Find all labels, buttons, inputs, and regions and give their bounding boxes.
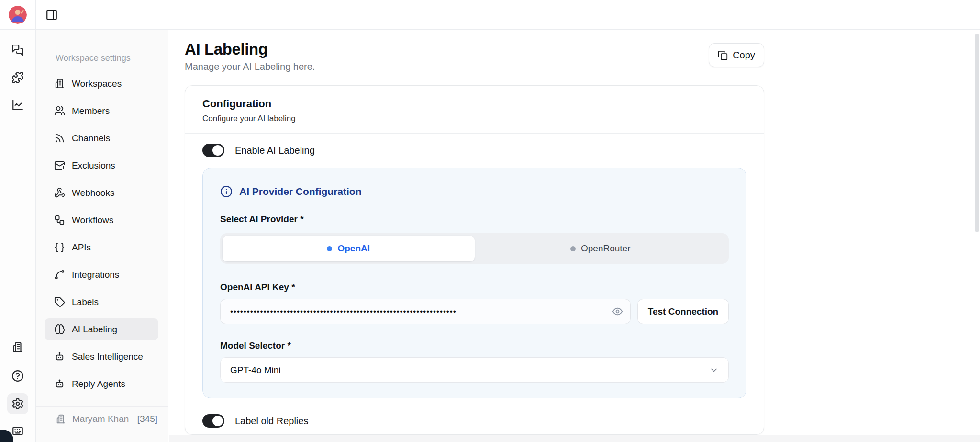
icon-rail [0,30,35,442]
card-body: Enable AI Labeling AI Provider Configura… [185,134,764,428]
enable-ai-labeling-row: Enable AI Labeling [202,144,746,157]
provider-segmented-control: OpenAI OpenRouter [220,233,729,264]
bot-icon [54,351,65,362]
provider-option-openai[interactable]: OpenAI [223,236,475,261]
workflow-icon [54,215,65,226]
provider-option-label: OpenAI [337,243,370,254]
brain-icon [54,324,65,335]
sidebar-item-exclusions[interactable]: Exclusions [45,155,158,176]
braces-icon [54,242,65,253]
sidebar-item-workspaces[interactable]: Workspaces [45,73,158,94]
enable-ai-labeling-toggle[interactable] [202,144,224,157]
sidebar-item-label: Exclusions [72,160,115,171]
sidebar-item-label: APIs [72,242,91,253]
user-avatar[interactable] [9,6,27,24]
puzzle-icon[interactable] [7,67,28,88]
messages-icon[interactable] [7,40,28,61]
sidebar-top-strip [36,30,168,45]
settings-sidebar: Workspace settings Workspaces Members Ch… [36,30,168,442]
sidebar-item-channels[interactable]: Channels [45,127,158,149]
info-icon [220,185,233,198]
provider-option-label: OpenRouter [581,243,631,254]
test-connection-button[interactable]: Test Connection [637,299,729,324]
toggle-knob [212,416,223,426]
main-content: AI Labeling Manage your AI Labeling here… [169,30,980,442]
model-selector-label: Model Selector * [220,340,729,351]
copy-button-label: Copy [733,50,755,61]
users-icon [54,105,65,116]
model-select-dropdown[interactable]: GPT-4o Mini [220,357,729,383]
building-icon [54,78,65,89]
sidebar-item-label: Reply Agents [72,379,125,389]
panel-title: AI Provider Configuration [239,186,362,197]
label-old-replies-toggle[interactable] [202,414,224,428]
eye-icon[interactable] [612,306,623,317]
sidebar-item-label: Labels [72,297,99,307]
building-icon [56,414,66,424]
top-bar [0,0,980,30]
spline-icon [54,269,65,280]
line-chart-icon[interactable] [7,94,28,115]
panel-title-row: AI Provider Configuration [220,185,729,198]
sidebar-section-label: Workspace settings [56,53,168,63]
rss-icon [54,133,65,144]
sidebar-item-label: Workspaces [72,79,122,89]
api-key-input[interactable] [220,299,631,324]
label-old-replies-label: Label old Replies [235,416,308,427]
help-icon[interactable] [7,365,28,386]
sidebar-toggle-icon[interactable] [45,8,58,22]
configuration-card: Configuration Configure your AI labeling… [185,85,764,435]
card-title: Configuration [202,98,746,110]
scrollbar-thumb[interactable] [975,34,979,232]
api-key-input-wrap [220,299,631,324]
rail-divider [35,0,36,442]
workspace-name: Maryam Khan ... [72,414,131,424]
label-old-replies-row: Label old Replies [202,414,746,428]
sidebar-item-label: AI Labeling [72,324,117,335]
sidebar-item-label: Members [72,106,110,116]
sidebar-item-reply-agents[interactable]: Reply Agents [45,373,158,395]
tag-icon [54,296,65,307]
webhook-icon [54,187,65,198]
select-provider-label: Select AI Provider * [220,214,729,225]
model-select-value: GPT-4o Mini [230,365,281,375]
sidebar-item-integrations[interactable]: Integrations [45,264,158,285]
ai-provider-panel: AI Provider Configuration Select AI Prov… [202,168,746,398]
sidebar-nav: Workspaces Members Channels Exclusions W [45,73,158,395]
settings-gear-icon[interactable] [7,393,28,414]
toggle-knob [212,145,223,156]
sidebar-item-sales-intelligence[interactable]: Sales Intelligence [45,346,158,367]
sidebar-item-workflows[interactable]: Workflows [45,209,158,231]
sidebar-item-label: Sales Intelligence [72,351,143,362]
workspace-count-badge: [345] [137,414,157,424]
unselected-dot-icon [570,246,576,251]
card-subtitle: Configure your AI labeling [202,114,746,124]
building-icon[interactable] [7,337,28,358]
copy-icon [718,50,728,60]
sidebar-item-apis[interactable]: APIs [45,237,158,258]
sidebar-item-members[interactable]: Members [45,100,158,122]
api-key-row: Test Connection [220,299,729,324]
enable-ai-labeling-label: Enable AI Labeling [235,145,315,156]
api-key-label: OpenAI API Key * [220,282,729,293]
sidebar-item-label: Integrations [72,270,119,280]
sidebar-item-label: Workflows [72,215,113,226]
selected-dot-icon [327,246,332,251]
chevron-down-icon [709,365,719,375]
provider-option-openrouter[interactable]: OpenRouter [475,236,727,261]
sidebar-item-label: Webhooks [72,188,114,198]
mail-alert-icon [54,160,65,171]
below-fold-strip [169,435,980,442]
page-subtitle: Manage your AI Labeling here. [185,61,315,72]
sidebar-item-label: Channels [72,133,110,144]
bot-icon [54,378,65,389]
card-header: Configuration Configure your AI labeling [185,86,764,134]
copy-button[interactable]: Copy [709,43,764,67]
sidebar-item-labels[interactable]: Labels [45,291,158,313]
page-title: AI Labeling [185,40,267,58]
sidebar-item-webhooks[interactable]: Webhooks [45,182,158,204]
sidebar-item-ai-labeling[interactable]: AI Labeling [45,318,158,340]
workspace-switcher[interactable]: Maryam Khan ... [345] [36,406,168,431]
